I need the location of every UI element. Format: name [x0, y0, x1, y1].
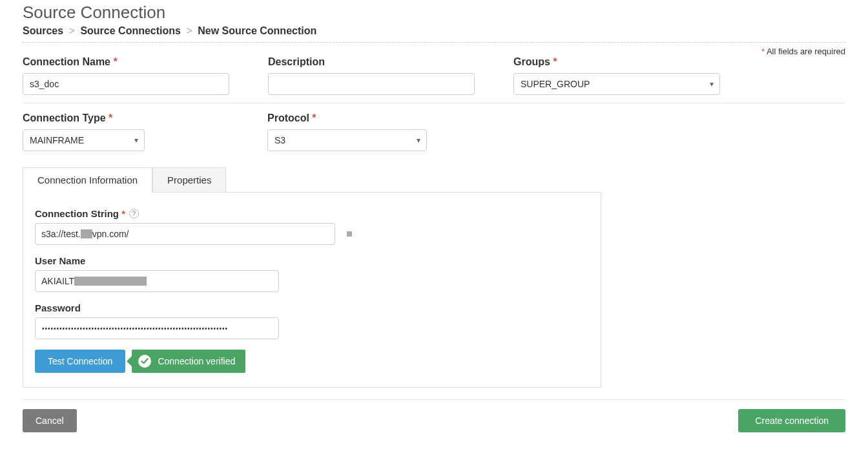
connection-string-input[interactable]: [35, 223, 335, 245]
connection-verified-text: Connection verified: [158, 356, 235, 366]
check-circle-icon: [138, 355, 151, 368]
tab-properties[interactable]: Properties: [152, 167, 226, 193]
description-input[interactable]: [268, 73, 475, 95]
square-icon: [347, 231, 352, 237]
create-connection-button[interactable]: Create connection: [738, 409, 845, 432]
tab-panel-connection-information: Connection String * ? s3a://test. vpn.co…: [23, 192, 601, 388]
connection-string-label: Connection String * ?: [35, 208, 589, 219]
connection-type-label: Connection Type *: [23, 112, 145, 124]
breadcrumb-item-sources[interactable]: Sources: [23, 25, 63, 36]
connection-verified-badge: Connection verified: [132, 350, 245, 373]
page-title: Source Connection: [23, 3, 845, 23]
breadcrumb: Sources > Source Connections > New Sourc…: [23, 25, 845, 37]
groups-label: Groups *: [513, 56, 720, 68]
breadcrumb-item-source-connections[interactable]: Source Connections: [80, 25, 181, 36]
connection-name-input[interactable]: [23, 73, 229, 95]
user-name-label: User Name: [35, 255, 589, 266]
divider: [23, 399, 845, 400]
required-fields-note: * All fields are required: [23, 43, 845, 56]
chevron-right-icon: >: [183, 25, 194, 36]
user-name-input[interactable]: [35, 270, 279, 292]
connection-type-select[interactable]: MAINFRAME: [23, 129, 145, 151]
password-label: Password: [35, 302, 589, 313]
protocol-select[interactable]: S3: [267, 129, 427, 151]
help-icon[interactable]: ?: [129, 209, 139, 218]
divider: [23, 103, 845, 103]
tabs: Connection Information Properties: [23, 167, 845, 192]
password-input[interactable]: [35, 317, 279, 339]
test-connection-button[interactable]: Test Connection: [35, 350, 125, 373]
tab-connection-information[interactable]: Connection Information: [23, 167, 152, 193]
groups-select[interactable]: SUPER_GROUP: [513, 73, 720, 95]
breadcrumb-item-current: New Source Connection: [198, 25, 316, 36]
connection-name-label: Connection Name *: [23, 56, 229, 68]
description-label: Description: [268, 56, 475, 68]
protocol-label: Protocol *: [267, 112, 427, 124]
cancel-button[interactable]: Cancel: [23, 409, 77, 432]
chevron-right-icon: >: [67, 25, 78, 36]
